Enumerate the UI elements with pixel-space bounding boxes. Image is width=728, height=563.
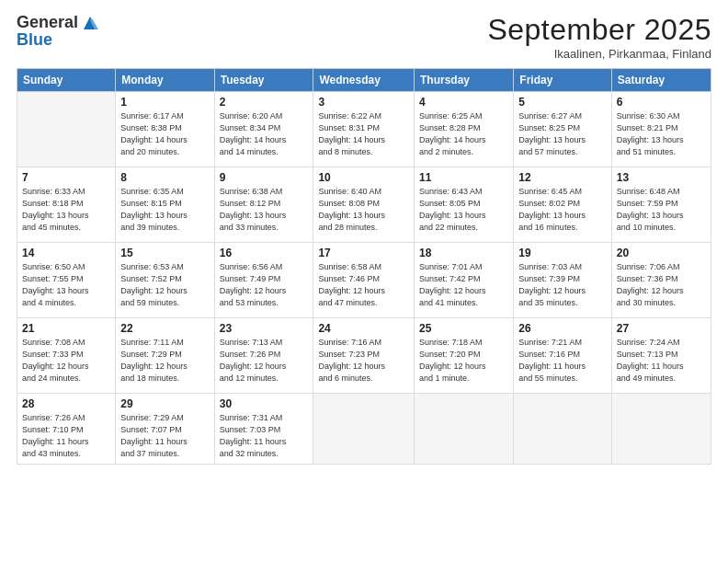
table-row: 15Sunrise: 6:53 AM Sunset: 7:52 PM Dayli…: [116, 243, 214, 318]
day-number: 7: [22, 171, 110, 184]
day-number: 12: [518, 171, 607, 184]
day-info: Sunrise: 6:27 AM Sunset: 8:25 PM Dayligh…: [518, 110, 607, 158]
calendar-week-row: 28Sunrise: 7:26 AM Sunset: 7:10 PM Dayli…: [17, 394, 711, 465]
day-info: Sunrise: 6:17 AM Sunset: 8:38 PM Dayligh…: [120, 110, 209, 158]
logo: General Blue: [17, 13, 100, 50]
table-row: 29Sunrise: 7:29 AM Sunset: 7:07 PM Dayli…: [116, 394, 214, 465]
day-info: Sunrise: 7:11 AM Sunset: 7:29 PM Dayligh…: [120, 337, 209, 385]
day-info: Sunrise: 6:45 AM Sunset: 8:02 PM Dayligh…: [518, 186, 607, 234]
day-number: 27: [617, 322, 706, 335]
day-info: Sunrise: 6:48 AM Sunset: 7:59 PM Dayligh…: [617, 186, 706, 234]
logo-blue: Blue: [17, 31, 100, 50]
day-number: 24: [318, 322, 409, 335]
day-info: Sunrise: 7:16 AM Sunset: 7:23 PM Dayligh…: [318, 337, 409, 385]
day-number: 30: [220, 397, 309, 410]
day-number: 2: [220, 96, 309, 109]
table-row: 2Sunrise: 6:20 AM Sunset: 8:34 PM Daylig…: [214, 92, 313, 167]
table-row: 30Sunrise: 7:31 AM Sunset: 7:03 PM Dayli…: [214, 394, 313, 465]
day-number: 15: [120, 247, 209, 259]
col-thursday: Thursday: [415, 69, 514, 92]
table-row: 11Sunrise: 6:43 AM Sunset: 8:05 PM Dayli…: [415, 167, 514, 243]
table-row: [611, 394, 711, 465]
header: General Blue September 2025 Ikaalinen, P…: [17, 13, 711, 61]
day-number: 14: [22, 247, 110, 259]
day-number: 10: [318, 171, 409, 184]
day-info: Sunrise: 7:13 AM Sunset: 7:26 PM Dayligh…: [220, 337, 309, 385]
day-number: 18: [419, 247, 508, 259]
day-info: Sunrise: 7:31 AM Sunset: 7:03 PM Dayligh…: [220, 412, 309, 460]
day-info: Sunrise: 6:40 AM Sunset: 8:08 PM Dayligh…: [318, 186, 409, 234]
table-row: 16Sunrise: 6:56 AM Sunset: 7:49 PM Dayli…: [214, 243, 313, 318]
day-info: Sunrise: 7:29 AM Sunset: 7:07 PM Dayligh…: [120, 412, 209, 460]
table-row: 25Sunrise: 7:18 AM Sunset: 7:20 PM Dayli…: [415, 318, 514, 394]
table-row: 8Sunrise: 6:35 AM Sunset: 8:15 PM Daylig…: [116, 167, 214, 243]
location: Ikaalinen, Pirkanmaa, Finland: [487, 47, 711, 61]
table-row: 24Sunrise: 7:16 AM Sunset: 7:23 PM Dayli…: [313, 318, 415, 394]
col-tuesday: Tuesday: [214, 69, 313, 92]
table-row: 5Sunrise: 6:27 AM Sunset: 8:25 PM Daylig…: [514, 92, 612, 167]
day-info: Sunrise: 6:50 AM Sunset: 7:55 PM Dayligh…: [22, 261, 110, 309]
day-info: Sunrise: 7:01 AM Sunset: 7:42 PM Dayligh…: [419, 261, 508, 309]
calendar-week-row: 14Sunrise: 6:50 AM Sunset: 7:55 PM Dayli…: [17, 243, 711, 318]
col-friday: Friday: [514, 69, 612, 92]
day-info: Sunrise: 6:30 AM Sunset: 8:21 PM Dayligh…: [617, 110, 706, 158]
day-number: 3: [318, 96, 409, 109]
day-info: Sunrise: 6:35 AM Sunset: 8:15 PM Dayligh…: [120, 186, 209, 234]
table-row: 23Sunrise: 7:13 AM Sunset: 7:26 PM Dayli…: [214, 318, 313, 394]
day-number: 8: [120, 171, 209, 184]
table-row: [415, 394, 514, 465]
day-number: 23: [220, 322, 309, 335]
day-number: 6: [617, 96, 706, 109]
day-number: 9: [220, 171, 309, 184]
day-info: Sunrise: 6:25 AM Sunset: 8:28 PM Dayligh…: [419, 110, 508, 158]
day-number: 20: [617, 247, 706, 259]
table-row: 28Sunrise: 7:26 AM Sunset: 7:10 PM Dayli…: [17, 394, 116, 465]
table-row: 12Sunrise: 6:45 AM Sunset: 8:02 PM Dayli…: [514, 167, 612, 243]
day-info: Sunrise: 6:20 AM Sunset: 8:34 PM Dayligh…: [220, 110, 309, 158]
table-row: 20Sunrise: 7:06 AM Sunset: 7:36 PM Dayli…: [611, 243, 711, 318]
table-row: 6Sunrise: 6:30 AM Sunset: 8:21 PM Daylig…: [611, 92, 711, 167]
day-number: 19: [518, 247, 607, 259]
calendar-week-row: 21Sunrise: 7:08 AM Sunset: 7:33 PM Dayli…: [17, 318, 711, 394]
table-row: 3Sunrise: 6:22 AM Sunset: 8:31 PM Daylig…: [313, 92, 415, 167]
day-number: 29: [120, 397, 209, 410]
day-info: Sunrise: 7:08 AM Sunset: 7:33 PM Dayligh…: [22, 337, 110, 385]
day-info: Sunrise: 7:06 AM Sunset: 7:36 PM Dayligh…: [617, 261, 706, 309]
day-number: 13: [617, 171, 706, 184]
title-area: September 2025 Ikaalinen, Pirkanmaa, Fin…: [487, 13, 711, 61]
day-number: 22: [120, 322, 209, 335]
table-row: 17Sunrise: 6:58 AM Sunset: 7:46 PM Dayli…: [313, 243, 415, 318]
day-number: 1: [120, 96, 209, 109]
table-row: 19Sunrise: 7:03 AM Sunset: 7:39 PM Dayli…: [514, 243, 612, 318]
month-title: September 2025: [487, 13, 711, 47]
day-info: Sunrise: 7:24 AM Sunset: 7:13 PM Dayligh…: [617, 337, 706, 385]
table-row: 26Sunrise: 7:21 AM Sunset: 7:16 PM Dayli…: [514, 318, 612, 394]
table-row: 9Sunrise: 6:38 AM Sunset: 8:12 PM Daylig…: [214, 167, 313, 243]
day-info: Sunrise: 6:22 AM Sunset: 8:31 PM Dayligh…: [318, 110, 409, 158]
day-number: 28: [22, 397, 110, 410]
day-number: 5: [518, 96, 607, 109]
table-row: [17, 92, 116, 167]
table-row: 7Sunrise: 6:33 AM Sunset: 8:18 PM Daylig…: [17, 167, 116, 243]
table-row: 1Sunrise: 6:17 AM Sunset: 8:38 PM Daylig…: [116, 92, 214, 167]
col-wednesday: Wednesday: [313, 69, 415, 92]
day-info: Sunrise: 6:33 AM Sunset: 8:18 PM Dayligh…: [22, 186, 110, 234]
day-info: Sunrise: 7:26 AM Sunset: 7:10 PM Dayligh…: [22, 412, 110, 460]
calendar-header-row: Sunday Monday Tuesday Wednesday Thursday…: [17, 69, 711, 92]
calendar-week-row: 7Sunrise: 6:33 AM Sunset: 8:18 PM Daylig…: [17, 167, 711, 243]
table-row: 10Sunrise: 6:40 AM Sunset: 8:08 PM Dayli…: [313, 167, 415, 243]
day-info: Sunrise: 6:56 AM Sunset: 7:49 PM Dayligh…: [220, 261, 309, 309]
day-info: Sunrise: 6:43 AM Sunset: 8:05 PM Dayligh…: [419, 186, 508, 234]
table-row: 4Sunrise: 6:25 AM Sunset: 8:28 PM Daylig…: [415, 92, 514, 167]
day-info: Sunrise: 6:38 AM Sunset: 8:12 PM Dayligh…: [220, 186, 309, 234]
day-number: 21: [22, 322, 110, 335]
table-row: 27Sunrise: 7:24 AM Sunset: 7:13 PM Dayli…: [611, 318, 711, 394]
day-number: 26: [518, 322, 607, 335]
day-info: Sunrise: 7:03 AM Sunset: 7:39 PM Dayligh…: [518, 261, 607, 309]
page: General Blue September 2025 Ikaalinen, P…: [0, 0, 728, 563]
day-number: 4: [419, 96, 508, 109]
table-row: 22Sunrise: 7:11 AM Sunset: 7:29 PM Dayli…: [116, 318, 214, 394]
day-number: 17: [318, 247, 409, 259]
day-info: Sunrise: 7:21 AM Sunset: 7:16 PM Dayligh…: [518, 337, 607, 385]
logo-icon: [80, 13, 100, 33]
